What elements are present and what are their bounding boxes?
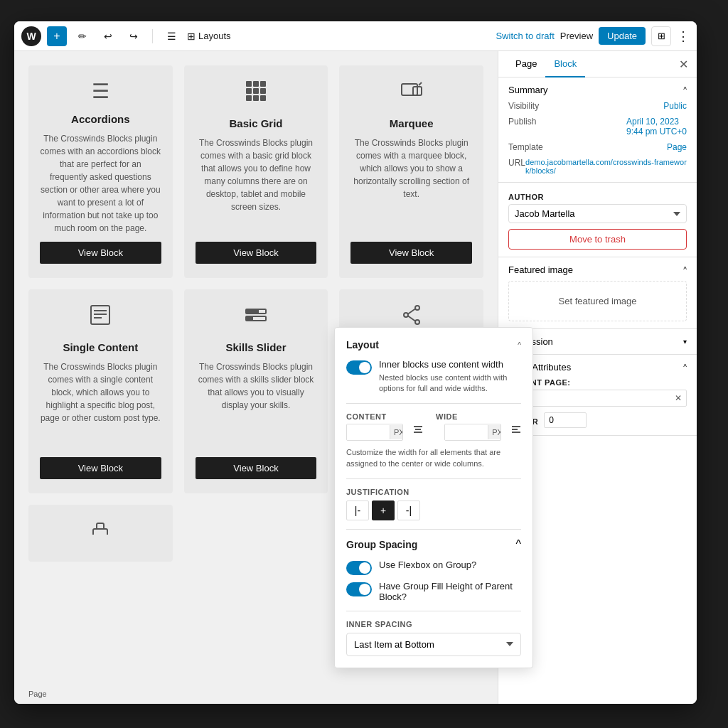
basic-grid-title: Basic Grid xyxy=(229,117,282,129)
view-toggle-button[interactable]: ⊞ xyxy=(651,26,671,46)
inner-blocks-toggle-row: Inner blocks use content width Nested bl… xyxy=(346,359,521,395)
svg-rect-18 xyxy=(246,316,253,321)
visibility-label: Visibility xyxy=(508,101,539,111)
svg-line-23 xyxy=(408,316,415,321)
svg-rect-24 xyxy=(414,426,422,427)
svg-rect-4 xyxy=(253,88,259,94)
fill-height-toggle[interactable] xyxy=(346,582,372,596)
visibility-value[interactable]: Public xyxy=(663,101,687,111)
group-spacing-chevron-icon[interactable]: ^ xyxy=(515,538,521,551)
partial-block xyxy=(28,505,173,562)
accordions-desc: The Crosswinds Blocks plugin comes with … xyxy=(40,132,161,235)
inner-spacing-label: INNER SPACING xyxy=(346,620,521,628)
featured-image-section: Featured image ^ Set featured image xyxy=(498,257,697,329)
accordions-title: Accordions xyxy=(71,113,130,125)
svg-rect-9 xyxy=(402,84,417,95)
url-label: URL xyxy=(508,158,525,168)
preview-link[interactable]: Preview xyxy=(560,31,593,41)
topbar: W + ✏ ↩ ↪ ☰ ⊞ Layouts Switch to draft Pr… xyxy=(14,21,697,51)
skills-slider-view-button[interactable]: View Block xyxy=(196,457,317,479)
close-sidebar-icon[interactable]: ✕ xyxy=(679,58,688,71)
page-attributes-header[interactable]: Page Attributes ^ xyxy=(508,362,687,373)
flexbox-toggle[interactable] xyxy=(346,561,372,575)
wide-width-input[interactable] xyxy=(445,424,488,440)
svg-line-22 xyxy=(408,309,415,314)
layout-panel-chevron-icon[interactable]: ^ xyxy=(518,341,521,349)
summary-title: Summary xyxy=(508,85,548,95)
single-content-title: Single Content xyxy=(63,341,138,353)
layout-panel-header: Layout ^ xyxy=(346,339,521,350)
switch-draft-link[interactable]: Switch to draft xyxy=(496,31,554,41)
wide-width-label: WIDE xyxy=(436,412,500,421)
svg-rect-8 xyxy=(260,95,266,101)
summary-header[interactable]: Summary ^ xyxy=(508,85,687,95)
group-spacing-header: Group Spacing ^ xyxy=(346,538,521,551)
page-attributes-chevron-icon: ^ xyxy=(683,363,687,371)
wp-logo-icon[interactable]: W xyxy=(21,26,41,46)
template-row: Template Page xyxy=(508,142,687,152)
svg-rect-0 xyxy=(246,81,252,87)
discussion-chevron-icon: ▾ xyxy=(683,338,687,346)
inner-spacing-select[interactable]: Last Item at Bottom Space Between Space … xyxy=(346,633,521,656)
svg-rect-28 xyxy=(512,429,518,430)
inner-blocks-toggle[interactable] xyxy=(346,360,372,375)
svg-point-21 xyxy=(415,320,419,324)
publish-value[interactable]: April 10, 20239:44 pm UTC+0 xyxy=(626,117,687,136)
move-to-trash-button[interactable]: Move to trash xyxy=(508,229,687,250)
edit-icon[interactable]: ✏ xyxy=(73,26,92,46)
divider-3 xyxy=(346,529,521,530)
svg-rect-25 xyxy=(415,429,421,430)
svg-rect-3 xyxy=(246,88,252,94)
layout-panel: Layout ^ Inner blocks use content width … xyxy=(334,327,533,668)
flexbox-toggle-row: Use Flexbox on Group? xyxy=(346,560,521,575)
discussion-header[interactable]: Discussion ▾ xyxy=(508,336,687,347)
author-label: AUTHOR xyxy=(508,193,687,201)
justify-right-button[interactable]: -| xyxy=(397,500,420,520)
update-button[interactable]: Update xyxy=(599,27,646,45)
accordions-view-button[interactable]: View Block xyxy=(40,242,161,264)
undo-icon[interactable]: ↩ xyxy=(98,26,118,46)
wide-align-icon xyxy=(511,424,521,436)
justify-left-button[interactable]: |- xyxy=(346,500,369,520)
block-card-skills-slider: Skills Slider The Crosswinds Blocks plug… xyxy=(184,289,328,493)
svg-rect-27 xyxy=(512,426,520,427)
svg-rect-5 xyxy=(260,88,266,94)
divider xyxy=(152,29,153,43)
justification-label: JUSTIFICATION xyxy=(346,488,521,496)
tab-block[interactable]: Block xyxy=(545,51,585,77)
svg-point-20 xyxy=(404,313,408,317)
url-value[interactable]: demo.jacobmartella.com/crosswinds-framew… xyxy=(525,158,687,175)
content-width-input[interactable] xyxy=(347,424,390,440)
featured-image-header[interactable]: Featured image ^ xyxy=(508,264,687,275)
divider-1 xyxy=(346,403,521,404)
parent-page-input[interactable] xyxy=(509,390,670,406)
single-content-view-button[interactable]: View Block xyxy=(40,457,161,479)
svg-rect-7 xyxy=(253,95,259,101)
customize-desc: Customize the width for all elements tha… xyxy=(346,446,521,470)
marquee-title: Marquee xyxy=(390,117,434,129)
order-input[interactable] xyxy=(544,412,587,428)
add-block-button[interactable]: + xyxy=(47,26,67,46)
template-value[interactable]: Page xyxy=(667,142,687,152)
svg-rect-17 xyxy=(246,309,259,314)
set-featured-image-button[interactable]: Set featured image xyxy=(508,281,687,321)
basic-grid-view-button[interactable]: View Block xyxy=(196,242,317,264)
parent-page-clear-icon[interactable]: ✕ xyxy=(670,390,686,406)
justify-center-button[interactable]: + xyxy=(372,500,395,520)
marquee-view-button[interactable]: View Block xyxy=(350,242,472,264)
skills-slider-title: Skills Slider xyxy=(225,341,286,353)
accordions-icon: ☰ xyxy=(92,80,109,103)
block-card-accordions: ☰ Accordions The Crosswinds Blocks plugi… xyxy=(28,65,173,278)
author-select[interactable]: Jacob Martella xyxy=(508,204,687,223)
list-view-icon[interactable]: ☰ xyxy=(161,26,181,46)
block-card-single-content: Single Content The Crosswinds Blocks plu… xyxy=(28,289,173,493)
more-options-icon[interactable]: ⋮ xyxy=(677,28,690,44)
content-align-icon xyxy=(413,424,423,436)
marquee-icon xyxy=(400,80,423,107)
redo-icon[interactable]: ↪ xyxy=(124,26,144,46)
layout-panel-title: Layout xyxy=(346,339,379,350)
tab-page[interactable]: Page xyxy=(507,51,545,77)
divider-2 xyxy=(346,478,521,479)
block-card-basic-grid: Basic Grid The Crosswinds Blocks plugin … xyxy=(184,65,328,278)
svg-rect-2 xyxy=(260,81,266,87)
